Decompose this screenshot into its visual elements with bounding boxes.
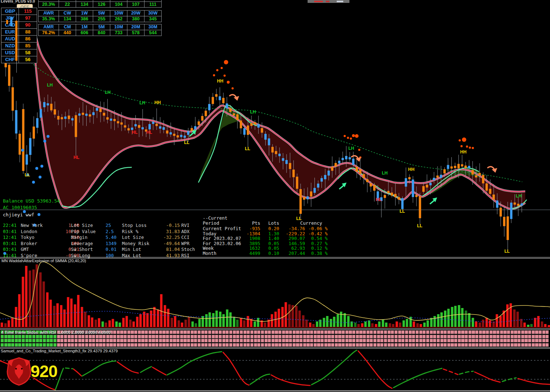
tf-cell [409, 339, 412, 342]
tf-cell [180, 339, 183, 342]
tf-cell [233, 339, 236, 342]
tf-cell [475, 331, 478, 334]
tf-cell [43, 343, 46, 347]
tf-cell [293, 339, 296, 342]
period-value: 345 [145, 16, 161, 22]
tf-cell [54, 335, 56, 338]
tf-cell [50, 339, 53, 342]
tf-cell [131, 343, 134, 347]
tf-cell [514, 339, 517, 342]
tf-cell [11, 339, 14, 342]
tf-cell [384, 335, 387, 338]
swing-label-lh: LH [382, 171, 388, 176]
tf-cell [134, 335, 137, 338]
tf-cell [247, 331, 250, 334]
tf-cell [212, 343, 215, 347]
fractal-dot-blue [43, 140, 46, 143]
tf-cell [447, 335, 450, 338]
fractal-dot-orange [460, 145, 463, 147]
tf-cell [398, 331, 401, 334]
tf-cell [257, 339, 260, 342]
tf-cell [475, 339, 478, 342]
fractal-dot-orange [358, 149, 360, 151]
tf-cell [68, 339, 71, 342]
tf-cell [444, 335, 447, 338]
market-strength-subwindow[interactable] [0, 348, 550, 391]
tf-cell [486, 339, 489, 342]
tf-cell [433, 331, 436, 334]
tf-cell [532, 331, 535, 334]
tf-cell [412, 331, 415, 334]
tf-cell [370, 343, 373, 347]
tf-cell [493, 343, 496, 347]
tf-cell [423, 339, 426, 342]
tf-cell [191, 335, 194, 338]
tf-cell [521, 343, 524, 347]
period-header: 1W [76, 11, 93, 16]
tf-cell [342, 331, 345, 334]
tf-cell [500, 335, 503, 338]
tf-cell [229, 331, 232, 334]
tf-cell [265, 331, 268, 334]
tf-cell [60, 339, 63, 342]
session-cell: 12:41 [3, 235, 19, 240]
tf-cell [426, 335, 429, 338]
tf-cell [127, 343, 130, 347]
tf-cell [265, 335, 268, 338]
tf-cell [110, 343, 112, 347]
tf-cell [367, 331, 369, 334]
tf-cell [437, 343, 440, 347]
tf-cell [419, 343, 422, 347]
tf-cell [352, 335, 355, 338]
tf-cell [29, 335, 32, 338]
strength-segment-red [223, 352, 249, 385]
tf-cell [328, 335, 331, 338]
clipped-titlebar[interactable] [308, 0, 349, 3]
tf-cell [219, 335, 222, 338]
tf-cell [194, 335, 197, 338]
session-cell: GMT [21, 247, 57, 252]
tf-cell [120, 335, 123, 338]
tf-cell [535, 331, 538, 334]
tf-cell [113, 331, 116, 334]
period-value: 380 [127, 16, 144, 22]
period-value: 255 [93, 16, 110, 22]
tf-cell [166, 343, 169, 347]
tf-cell [317, 331, 320, 334]
tf-cell [131, 335, 134, 338]
tf-cell [451, 331, 454, 334]
tf-cell [141, 335, 144, 338]
tf-cell [50, 343, 53, 347]
swing-label-ll: LL [505, 249, 510, 254]
tf-cell [25, 343, 28, 347]
tf-cell [367, 335, 369, 338]
tf-cell [47, 335, 50, 338]
tf-cell [373, 331, 376, 334]
tf-cell [370, 331, 373, 334]
period-header: AWR [39, 11, 59, 16]
tf-cell [444, 331, 447, 334]
tf-cell [173, 343, 176, 347]
session-cell: Stop Loss [122, 223, 158, 228]
period-value: 76.2% [39, 30, 59, 36]
tf-cell [384, 343, 387, 347]
tf-cell [187, 339, 190, 342]
currency-strength-value: 56 [19, 56, 37, 63]
tf-cell [472, 343, 475, 347]
waddah-attar-subwindow[interactable] [0, 258, 550, 328]
tf-cell [486, 331, 489, 334]
strength-segment-green [312, 350, 357, 385]
tf-cell [4, 343, 7, 347]
tf-cell [166, 339, 169, 342]
main-price-chart[interactable]: LLLHHLLHLHHHHLHLLLHHLHLLLLLHLHHLHHLLLLHH… [0, 0, 550, 258]
tf-cell [345, 339, 348, 342]
tf-cell [85, 343, 88, 347]
tf-cell [278, 339, 281, 342]
swing-label-lh: LH [516, 193, 522, 199]
tf-cell [11, 343, 14, 347]
swing-label-hl: HL [146, 130, 152, 135]
tf-cell [356, 343, 359, 347]
current-row-value: 0.10 [259, 251, 279, 256]
tf-cell [11, 335, 14, 338]
swing-label-hh: HH [460, 149, 466, 155]
